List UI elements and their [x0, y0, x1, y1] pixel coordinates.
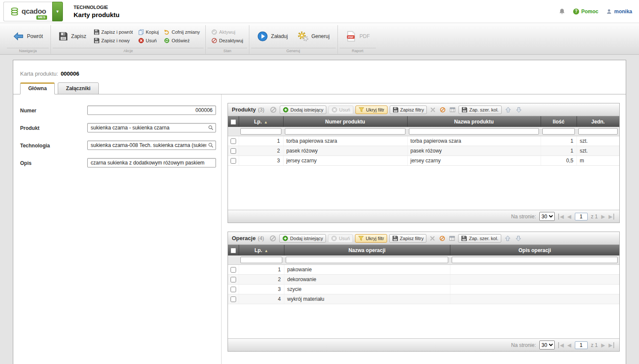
toggle-filter-button[interactable]: Ukryj filtr	[355, 106, 388, 114]
cofnij-zmiany-button[interactable]: Cofnij zmiany	[163, 29, 201, 35]
clear-filters-icon[interactable]	[429, 234, 436, 243]
table-row[interactable]: 1 torba papierowa szara torba papierowa …	[228, 136, 619, 146]
window-title: Karta produktu:000006	[13, 60, 626, 82]
opis-input[interactable]	[87, 158, 216, 167]
user-menu[interactable]: monika	[606, 9, 632, 15]
col-header-nazwa-operacji[interactable]: Nazwa operacji	[284, 245, 450, 255]
move-up-button[interactable]	[503, 234, 512, 243]
per-page-select[interactable]: 30	[539, 212, 555, 221]
table-row[interactable]: 2 pasek różowy pasek różowy 1 szt.	[228, 146, 619, 156]
table-row[interactable]: 1 pakowanie	[228, 265, 619, 275]
row-checkbox[interactable]	[231, 277, 236, 282]
technologia-input[interactable]	[87, 141, 216, 150]
next-page-button: ▶	[601, 214, 605, 220]
filter-lp-input[interactable]	[240, 257, 282, 263]
column-chooser-icon[interactable]	[449, 106, 456, 114]
x-circle-icon	[331, 107, 337, 113]
move-down-button[interactable]	[514, 234, 523, 243]
save-column-width-button[interactable]: Zap. szer. kol.	[458, 234, 501, 243]
col-header-jedn[interactable]: Jedn.	[577, 116, 619, 127]
clear-filters-icon[interactable]	[429, 106, 437, 114]
help-link[interactable]: ? Pomoc	[573, 9, 598, 15]
filter-nazwa-input[interactable]	[286, 257, 448, 263]
zapisz-button[interactable]: Zapisz	[55, 30, 89, 43]
usun-button[interactable]: Usuń	[137, 37, 160, 44]
grid-count: (3)	[258, 107, 264, 113]
search-icon[interactable]	[208, 142, 214, 148]
produkt-input[interactable]	[87, 123, 216, 132]
row-checkbox[interactable]	[231, 267, 236, 273]
col-header-opis-operacji[interactable]: Opis operacji	[450, 245, 619, 255]
tab-zalaczniki[interactable]: Załączniki	[58, 82, 98, 94]
toggle-filter-button[interactable]: Ukryj filtr	[355, 234, 387, 243]
save-column-width-button[interactable]: Zap. szer. kol.	[459, 106, 501, 114]
reset-filter-icon[interactable]	[439, 106, 447, 114]
table-row[interactable]: 3 jersey czarny jersey czarny 0,5 m	[228, 156, 619, 166]
save-icon	[462, 107, 467, 113]
table-row[interactable]: 2 dekorowanie	[228, 275, 619, 285]
play-icon	[257, 31, 268, 42]
add-existing-button[interactable]: Dodaj istniejący	[280, 106, 326, 114]
col-header-lp[interactable]: Lp.▲	[239, 116, 283, 127]
zapisz-i-powrot-button[interactable]: Zapisz i powrót	[92, 29, 134, 35]
col-header-numer-produktu[interactable]: Numer produktu	[283, 116, 407, 127]
filter-nazwa-input[interactable]	[409, 128, 539, 135]
move-up-button[interactable]	[504, 106, 512, 114]
filter-lp-input[interactable]	[240, 128, 281, 135]
select-all-checkbox[interactable]	[231, 248, 236, 253]
save-filters-button[interactable]: Zapisz filtry	[390, 106, 427, 114]
filter-numer-input[interactable]	[285, 128, 405, 135]
save-filters-button[interactable]: Zapisz filtry	[389, 234, 427, 243]
save-icon	[392, 235, 398, 241]
numer-input[interactable]	[87, 106, 216, 115]
zapisz-i-nowy-button[interactable]: Zapisz i nowy	[92, 37, 134, 44]
row-checkbox[interactable]	[231, 148, 236, 154]
menu-dropdown-button[interactable]: ▼	[52, 2, 63, 21]
logo-mes-badge: MES	[36, 15, 47, 20]
generuj-button[interactable]: Generuj	[294, 29, 333, 44]
col-header-nazwa-produktu[interactable]: Nazwa produktu	[407, 116, 541, 127]
main-window: Karta produktu:000006 Główna Załączniki …	[13, 60, 626, 364]
chevron-down-icon: ▼	[56, 9, 59, 14]
last-page-button: ▶	[609, 342, 614, 348]
aktywuj-button: Aktywuj	[210, 29, 244, 35]
powrot-button[interactable]: Powrót	[9, 29, 46, 44]
table-row[interactable]: 4 wykrój materiału	[228, 294, 619, 304]
row-checkbox[interactable]	[231, 158, 236, 164]
search-icon[interactable]	[208, 125, 214, 131]
produkty-table: Lp.▲ Numer produktu Nazwa produktu Ilość…	[228, 116, 619, 166]
last-page-button: ▶	[609, 214, 614, 220]
logo-text: qcadoo	[21, 7, 46, 16]
row-checkbox[interactable]	[231, 287, 236, 292]
delete-button: Usuń	[328, 106, 353, 114]
row-checkbox[interactable]	[231, 296, 236, 302]
save-icon	[393, 107, 399, 113]
move-down-button[interactable]	[515, 106, 523, 114]
dezaktywuj-button[interactable]: Dezaktywuj	[210, 37, 244, 44]
table-row[interactable]: 3 szycie	[228, 285, 619, 294]
odswiez-button[interactable]: Odśwież	[163, 37, 201, 44]
funnel-icon	[358, 107, 364, 113]
col-header-ilosc[interactable]: Ilość	[541, 116, 577, 127]
page-input[interactable]	[575, 341, 588, 349]
filter-jedn-input[interactable]	[578, 128, 618, 135]
add-existing-button[interactable]: Dodaj istniejący	[279, 234, 326, 243]
page-input[interactable]	[575, 213, 588, 220]
tab-glowna[interactable]: Główna	[20, 82, 55, 94]
per-page-select[interactable]: 30	[539, 341, 555, 349]
column-chooser-icon[interactable]	[448, 234, 456, 243]
zaladuj-button[interactable]: Załaduj	[254, 29, 291, 44]
filter-ilosc-input[interactable]	[542, 128, 575, 135]
col-header-lp[interactable]: Lp.▲	[239, 245, 284, 255]
pdf-icon	[346, 31, 357, 42]
reset-filter-icon[interactable]	[438, 234, 446, 243]
bell-icon[interactable]	[559, 8, 565, 15]
deactivate-icon	[211, 38, 217, 44]
ribbon-toolbar: Powrót Nawigacja Zapisz Zapisz i powrót …	[0, 23, 639, 55]
kopiuj-button[interactable]: Kopiuj	[137, 29, 160, 35]
select-all-checkbox[interactable]	[231, 119, 236, 125]
row-checkbox[interactable]	[231, 138, 236, 144]
filter-opis-input[interactable]	[452, 257, 618, 263]
person-icon	[606, 9, 612, 15]
qcadoo-logo[interactable]: qcadoo MES	[3, 2, 52, 21]
